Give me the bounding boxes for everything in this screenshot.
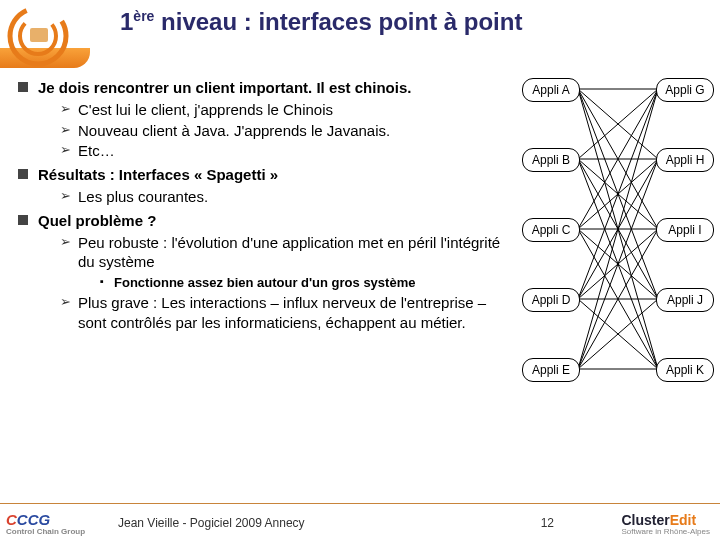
page-title: 1ère niveau : interfaces point à point bbox=[120, 8, 522, 36]
node-right-3: Appli J bbox=[656, 288, 714, 312]
bullet-1-sub-1: C'est lui le client, j'apprends le Chino… bbox=[60, 100, 518, 120]
footer-author: Jean Vieille - Pogiciel 2009 Annecy bbox=[118, 516, 305, 530]
footer-logo-clusteredit: ClusterEdit Software in Rhône-Alpes bbox=[622, 512, 711, 536]
node-left-1: Appli B bbox=[522, 148, 580, 172]
node-left-3: Appli D bbox=[522, 288, 580, 312]
spaghetti-diagram: Appli A Appli B Appli C Appli D Appli E … bbox=[522, 78, 714, 448]
diagram-lines bbox=[522, 78, 714, 448]
footer-logo-ccg: CCCG Control Chain Group bbox=[6, 511, 85, 536]
footer-page-number: 12 bbox=[541, 516, 554, 530]
bullet-2-sub-1: Les plus courantes. bbox=[60, 187, 518, 207]
bullet-3-sub-2: Plus grave : Les interactions – influx n… bbox=[60, 293, 518, 333]
node-left-0: Appli A bbox=[522, 78, 580, 102]
node-right-4: Appli K bbox=[656, 358, 714, 382]
bullet-3-sub-1: Peu robuste : l'évolution d'une applicat… bbox=[60, 233, 518, 292]
footer: CCCG Control Chain Group Jean Vieille - … bbox=[0, 503, 720, 540]
bullet-1: Je dois rencontrer un client important. … bbox=[18, 78, 518, 161]
logo-swirl-icon bbox=[6, 4, 70, 68]
bullet-2: Résultats : Interfaces « Spagetti » Les … bbox=[18, 165, 518, 207]
content-body: Je dois rencontrer un client important. … bbox=[18, 78, 518, 337]
node-left-4: Appli E bbox=[522, 358, 580, 382]
node-right-1: Appli H bbox=[656, 148, 714, 172]
node-right-0: Appli G bbox=[656, 78, 714, 102]
node-right-2: Appli I bbox=[656, 218, 714, 242]
bullet-3: Quel problème ? Peu robuste : l'évolutio… bbox=[18, 211, 518, 333]
svg-rect-2 bbox=[30, 28, 48, 42]
node-left-2: Appli C bbox=[522, 218, 580, 242]
bullet-1-sub-2: Nouveau client à Java. J'apprends le Jav… bbox=[60, 121, 518, 141]
bullet-1-sub-3: Etc… bbox=[60, 141, 518, 161]
bullet-3-sub-1-sq: Fonctionne assez bien autour d'un gros s… bbox=[100, 274, 518, 291]
